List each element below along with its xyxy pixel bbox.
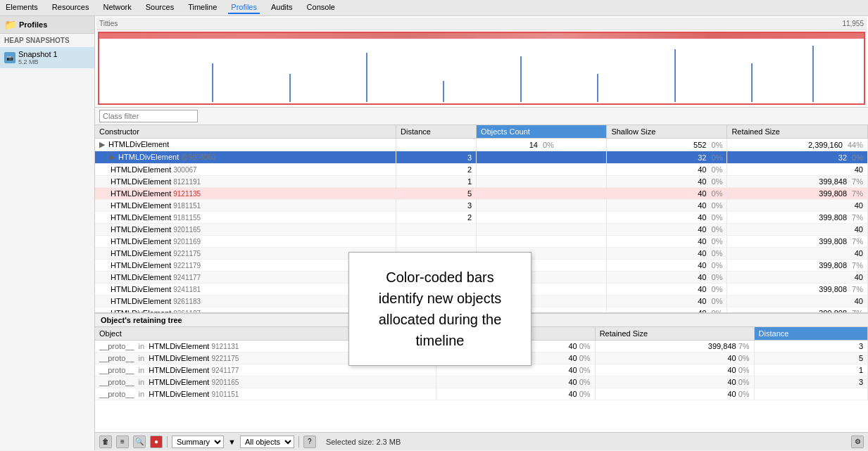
expand-arrow[interactable]: ▶ <box>109 153 115 161</box>
shallow-size: 40 <box>698 237 706 246</box>
all-objects-select[interactable]: All objects <box>240 436 294 448</box>
table-row[interactable]: ▶ HTMLDivElement 14 0% 552 0% 2,399,160 … <box>95 139 868 151</box>
timeline-spike-5 <box>520 56 522 102</box>
toolbar-divider-2 <box>298 436 299 447</box>
constructor-id: 9181155 <box>173 214 201 222</box>
rt-td-distance <box>754 388 867 400</box>
rt-constructor-name: HTMLDivElement <box>149 354 209 362</box>
toolbar-search-button[interactable]: 🔍 <box>133 436 146 448</box>
rt-td-retained: 40 0% <box>595 352 754 364</box>
shallow-pct: 0% <box>712 225 723 234</box>
shallow-pct: 0% <box>712 273 723 281</box>
summary-select[interactable]: Summary <box>172 436 224 448</box>
td-objects <box>477 200 607 212</box>
table-row[interactable]: HTMLDivElement 9121135 5 40 0% 399,808 7… <box>95 188 868 200</box>
rt-in-label: in <box>139 366 145 374</box>
shallow-size: 40 <box>698 165 706 174</box>
rt-td-object: __proto__ in HTMLDivElement 9201165 <box>95 376 436 388</box>
rt-constructor-id: 9201165 <box>211 379 239 386</box>
sidebar: 📁 Profiles HEAP SNAPSHOTS 📷 Snapshot 1 5… <box>0 16 95 450</box>
td-constructor: HTMLDivElement 9181151 <box>95 200 396 212</box>
shallow-pct: 0% <box>712 237 723 246</box>
retaining-tree-row[interactable]: __proto__ in HTMLDivElement 9241177 40 0… <box>95 364 868 376</box>
constructor-name: HTMLDivElement <box>111 273 171 281</box>
table-row[interactable]: ▶ HTMLDivElement @9808080 3 32 0% 32 0% <box>95 151 868 164</box>
rt-col-retained[interactable]: Retained Size <box>595 327 754 341</box>
rt-td-object: __proto__ in HTMLDivElement 9241177 <box>95 364 436 376</box>
rt-col-distance[interactable]: Distance <box>754 327 867 341</box>
retaining-tree-row[interactable]: __proto__ in HTMLDivElement 9101151 40 0… <box>95 388 868 400</box>
menu-resources[interactable]: Resources <box>49 1 92 14</box>
td-shallow: 40 0% <box>607 188 727 200</box>
menu-profiles[interactable]: Profiles <box>228 1 260 14</box>
toolbar-expand-button[interactable]: ≡ <box>116 436 129 448</box>
retained-size: 399,808 <box>819 237 847 246</box>
table-row[interactable]: HTMLDivElement 9201169 40 0% 399,808 7% <box>95 236 868 248</box>
td-shallow: 40 0% <box>607 224 727 236</box>
td-shallow: 40 0% <box>607 307 727 313</box>
toolbar-question-button[interactable]: ? <box>303 436 316 448</box>
timeline-spike-9 <box>812 46 814 102</box>
timeline-spike-8 <box>751 63 753 102</box>
rt-proto-label: __proto__ <box>99 378 134 386</box>
sidebar-snapshot-item[interactable]: 📷 Snapshot 1 5.2 MB <box>0 47 94 68</box>
rt-td-distance: 5 <box>754 352 867 364</box>
col-shallow-size[interactable]: Shallow Size <box>607 125 727 139</box>
shallow-size: 40 <box>698 297 706 305</box>
profiles-folder-icon: 📁 <box>4 19 16 30</box>
menu-network[interactable]: Network <box>100 1 134 14</box>
toolbar-settings-button[interactable]: ⚙ <box>851 436 864 448</box>
timeline-canvas[interactable] <box>96 30 867 106</box>
col-objects-count[interactable]: Objects Count <box>477 125 607 139</box>
class-filter-bar <box>95 108 868 125</box>
table-row[interactable]: HTMLDivElement 8121191 1 40 0% 399,848 7… <box>95 176 868 188</box>
menu-elements[interactable]: Elements <box>3 1 41 14</box>
rt-td-distance: 3 <box>754 341 867 352</box>
menu-sources[interactable]: Sources <box>143 1 177 14</box>
td-distance: 2 <box>396 212 477 224</box>
class-filter-input[interactable] <box>99 110 198 122</box>
snapshot-label: Snapshot 1 <box>18 50 58 58</box>
table-row[interactable]: HTMLDivElement 300067 2 40 0% 40 <box>95 164 868 176</box>
snapshot-size: 5.2 MB <box>18 58 58 65</box>
menu-timeline[interactable]: Timeline <box>185 1 220 14</box>
col-distance[interactable]: Distance <box>396 125 477 139</box>
table-row[interactable]: HTMLDivElement 9181151 3 40 0% 40 <box>95 200 868 212</box>
toolbar-clear-button[interactable]: 🗑 <box>99 436 112 448</box>
timeline-time-end: 11,955 <box>842 20 864 27</box>
retaining-tree-row[interactable]: __proto__ in HTMLDivElement 9201165 40 0… <box>95 376 868 388</box>
timeline-area[interactable]: Titties 11,955 <box>95 16 868 108</box>
constructor-id: @9808080 <box>181 153 215 161</box>
menu-audits[interactable]: Audits <box>268 1 296 14</box>
retained-size: 40 <box>855 225 863 234</box>
rt-constructor-name: HTMLDivElement <box>149 366 209 374</box>
col-constructor[interactable]: Constructor <box>95 125 396 139</box>
td-distance <box>396 139 477 151</box>
menu-console[interactable]: Console <box>304 1 338 14</box>
bottom-toolbar: 🗑 ≡ 🔍 ● Summary ▼ All objects ? Selected… <box>95 432 868 450</box>
timeline-spike-4 <box>443 81 444 102</box>
constructor-id: 8121191 <box>173 178 201 186</box>
rt-td-shallow: 40 0% <box>436 388 595 400</box>
constructor-name: HTMLDivElement <box>111 249 171 258</box>
rt-constructor-id: 9241177 <box>211 367 239 374</box>
td-shallow: 40 0% <box>607 296 727 307</box>
td-objects <box>477 236 607 248</box>
constructor-id: 9221179 <box>173 262 201 269</box>
toolbar-arrow-down: ▼ <box>228 438 236 446</box>
shallow-pct: 0% <box>712 213 723 222</box>
rt-constructor-name: HTMLDivElement <box>149 342 209 350</box>
table-row[interactable]: HTMLDivElement 9201165 40 0% 40 <box>95 224 868 236</box>
td-distance: 1 <box>396 176 477 188</box>
retained-pct: 7% <box>852 261 863 269</box>
constructor-name: HTMLDivElement <box>111 189 171 198</box>
shallow-pct: 0% <box>712 201 723 210</box>
td-constructor: HTMLDivElement 9181155 <box>95 212 396 224</box>
table-row[interactable]: HTMLDivElement 9181155 2 40 0% 399,808 7… <box>95 212 868 224</box>
col-retained-size[interactable]: Retained Size <box>727 125 868 139</box>
shallow-pct: 0% <box>712 165 723 174</box>
expand-arrow[interactable]: ▶ <box>99 140 105 148</box>
rt-proto-label: __proto__ <box>99 366 134 374</box>
shallow-pct: 0% <box>712 285 723 293</box>
toolbar-stop-button[interactable]: ● <box>150 436 163 448</box>
